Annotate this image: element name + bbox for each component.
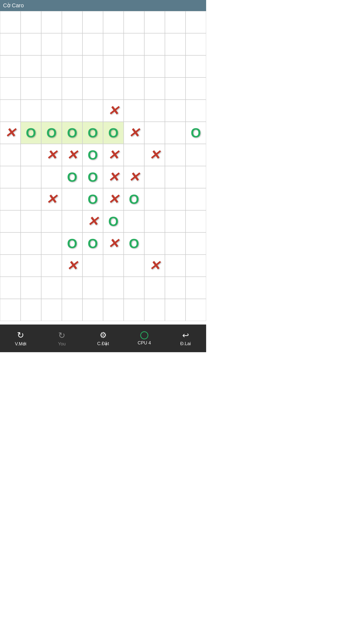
cell-5-2[interactable]: O bbox=[41, 122, 62, 144]
cell-8-8[interactable] bbox=[165, 188, 186, 210]
cell-9-9[interactable] bbox=[186, 210, 206, 232]
cell-3-6[interactable] bbox=[124, 77, 144, 100]
cell-10-3[interactable]: O bbox=[62, 232, 82, 255]
cell-0-0[interactable] bbox=[0, 11, 21, 33]
cell-8-3[interactable] bbox=[62, 188, 82, 210]
cell-4-6[interactable] bbox=[124, 100, 144, 122]
cell-12-7[interactable] bbox=[144, 277, 165, 299]
cell-11-5[interactable] bbox=[103, 255, 124, 277]
cell-4-0[interactable] bbox=[0, 100, 21, 122]
cell-7-0[interactable] bbox=[0, 166, 21, 188]
cell-6-1[interactable] bbox=[21, 144, 41, 166]
cell-3-7[interactable] bbox=[144, 77, 165, 100]
cell-10-2[interactable] bbox=[41, 232, 62, 255]
cell-9-3[interactable] bbox=[62, 210, 82, 232]
cell-9-5[interactable]: O bbox=[103, 210, 124, 232]
cell-10-8[interactable] bbox=[165, 232, 186, 255]
cell-11-2[interactable] bbox=[41, 255, 62, 277]
cell-8-2[interactable]: ✕ bbox=[41, 188, 62, 210]
cell-1-6[interactable] bbox=[124, 33, 144, 55]
cell-6-8[interactable] bbox=[165, 144, 186, 166]
cell-13-7[interactable] bbox=[144, 299, 165, 321]
cell-3-1[interactable] bbox=[21, 77, 41, 100]
cell-9-7[interactable] bbox=[144, 210, 165, 232]
cell-13-5[interactable] bbox=[103, 299, 124, 321]
cell-0-3[interactable] bbox=[62, 11, 82, 33]
cell-13-1[interactable] bbox=[21, 299, 41, 321]
cell-9-4[interactable]: ✕ bbox=[82, 210, 103, 232]
cell-13-6[interactable] bbox=[124, 299, 144, 321]
cell-13-2[interactable] bbox=[41, 299, 62, 321]
cell-0-4[interactable] bbox=[82, 11, 103, 33]
cell-3-8[interactable] bbox=[165, 77, 186, 100]
cell-7-3[interactable]: O bbox=[62, 166, 82, 188]
cell-1-2[interactable] bbox=[41, 33, 62, 55]
cell-2-7[interactable] bbox=[144, 55, 165, 77]
cell-5-5[interactable]: O bbox=[103, 122, 124, 144]
cell-9-1[interactable] bbox=[21, 210, 41, 232]
cell-8-6[interactable]: O bbox=[124, 188, 144, 210]
cell-7-4[interactable]: O bbox=[82, 166, 103, 188]
cell-12-5[interactable] bbox=[103, 277, 124, 299]
cell-6-9[interactable] bbox=[186, 144, 206, 166]
cell-7-6[interactable]: ✕ bbox=[124, 166, 144, 188]
new-game-button[interactable]: ↺ V.Mới bbox=[8, 330, 33, 347]
cell-8-1[interactable] bbox=[21, 188, 41, 210]
cell-5-4[interactable]: O bbox=[82, 122, 103, 144]
cell-1-9[interactable] bbox=[186, 33, 206, 55]
cell-2-0[interactable] bbox=[0, 55, 21, 77]
cell-13-8[interactable] bbox=[165, 299, 186, 321]
cell-11-8[interactable] bbox=[165, 255, 186, 277]
cell-6-6[interactable] bbox=[124, 144, 144, 166]
cell-5-1[interactable]: O bbox=[21, 122, 41, 144]
cell-11-4[interactable] bbox=[82, 255, 103, 277]
cell-5-6[interactable]: ✕ bbox=[124, 122, 144, 144]
cell-0-2[interactable] bbox=[41, 11, 62, 33]
cell-12-4[interactable] bbox=[82, 277, 103, 299]
cell-10-6[interactable]: O bbox=[124, 232, 144, 255]
cell-1-5[interactable] bbox=[103, 33, 124, 55]
cell-2-8[interactable] bbox=[165, 55, 186, 77]
cell-8-5[interactable]: ✕ bbox=[103, 188, 124, 210]
cell-5-3[interactable]: O bbox=[62, 122, 82, 144]
cell-1-4[interactable] bbox=[82, 33, 103, 55]
settings-button[interactable]: ⚙ C.Đặt bbox=[90, 330, 116, 346]
cell-9-8[interactable] bbox=[165, 210, 186, 232]
cell-12-8[interactable] bbox=[165, 277, 186, 299]
cell-7-9[interactable] bbox=[186, 166, 206, 188]
cell-12-2[interactable] bbox=[41, 277, 62, 299]
cell-12-6[interactable] bbox=[124, 277, 144, 299]
cell-10-9[interactable] bbox=[186, 232, 206, 255]
cell-7-5[interactable]: ✕ bbox=[103, 166, 124, 188]
cell-11-3[interactable]: ✕ bbox=[62, 255, 82, 277]
cell-12-9[interactable] bbox=[186, 277, 206, 299]
cell-6-7[interactable]: ✕ bbox=[144, 144, 165, 166]
cell-4-5[interactable]: ✕ bbox=[103, 100, 124, 122]
cell-4-3[interactable] bbox=[62, 100, 82, 122]
cell-10-0[interactable] bbox=[0, 232, 21, 255]
cell-0-5[interactable] bbox=[103, 11, 124, 33]
cell-13-3[interactable] bbox=[62, 299, 82, 321]
cell-11-0[interactable] bbox=[0, 255, 21, 277]
cell-2-2[interactable] bbox=[41, 55, 62, 77]
cell-8-9[interactable] bbox=[186, 188, 206, 210]
cell-6-0[interactable] bbox=[0, 144, 21, 166]
cell-13-4[interactable] bbox=[82, 299, 103, 321]
cell-0-9[interactable] bbox=[186, 11, 206, 33]
cell-5-8[interactable] bbox=[165, 122, 186, 144]
cell-5-0[interactable]: ✕ bbox=[0, 122, 21, 144]
cell-8-4[interactable]: O bbox=[82, 188, 103, 210]
cell-9-6[interactable] bbox=[124, 210, 144, 232]
cell-12-1[interactable] bbox=[21, 277, 41, 299]
cell-10-5[interactable]: ✕ bbox=[103, 232, 124, 255]
cell-6-4[interactable]: O bbox=[82, 144, 103, 166]
cell-6-5[interactable]: ✕ bbox=[103, 144, 124, 166]
cell-4-4[interactable] bbox=[82, 100, 103, 122]
cell-8-0[interactable] bbox=[0, 188, 21, 210]
cell-7-7[interactable] bbox=[144, 166, 165, 188]
cell-5-9[interactable]: O bbox=[186, 122, 206, 144]
cell-7-1[interactable] bbox=[21, 166, 41, 188]
cell-6-2[interactable]: ✕ bbox=[41, 144, 62, 166]
cell-9-2[interactable] bbox=[41, 210, 62, 232]
cell-1-8[interactable] bbox=[165, 33, 186, 55]
